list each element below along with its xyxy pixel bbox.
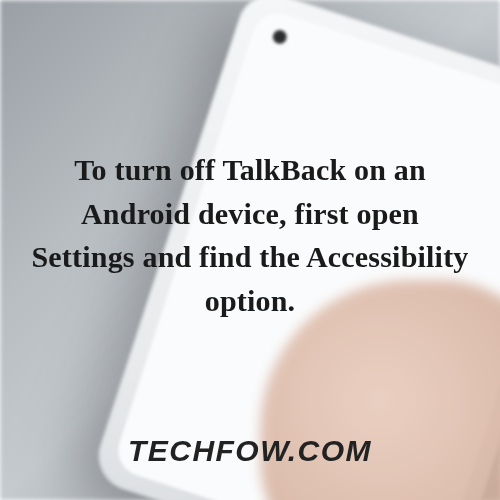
- content-overlay: To turn off TalkBack on an Android devic…: [0, 0, 500, 500]
- watermark: TECHFOW.COM: [0, 434, 500, 468]
- instruction-text: To turn off TalkBack on an Android devic…: [30, 148, 470, 322]
